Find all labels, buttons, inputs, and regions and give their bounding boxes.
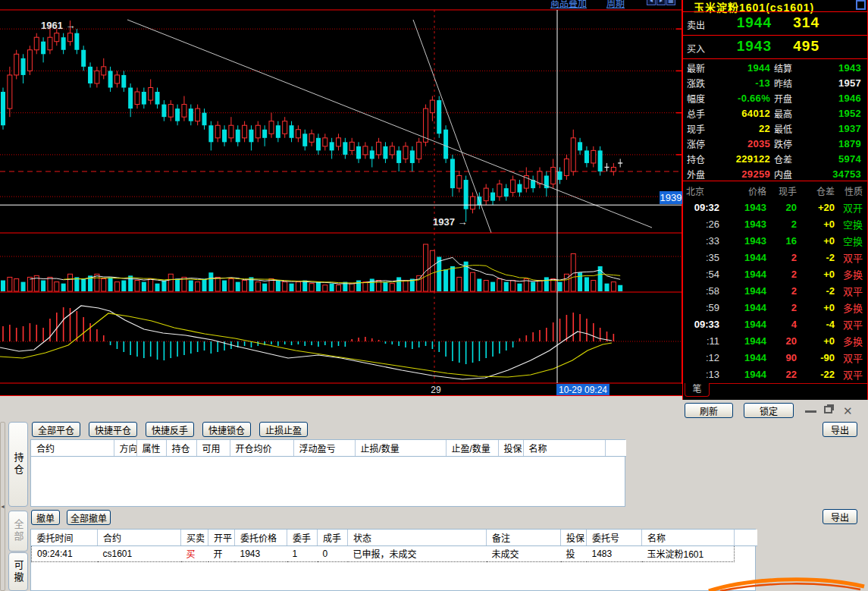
bid-row[interactable]: 买入 1943 495 [683, 36, 867, 59]
ask-qty: 314 [777, 14, 819, 31]
column-header: 合约 [98, 530, 181, 545]
column-header: 持仓 [166, 440, 196, 456]
tick-time: :26 [686, 218, 719, 230]
column-header: 委手 [287, 530, 318, 545]
overlay-link[interactable]: 商品叠加 [550, 0, 587, 9]
column-header: 备注 [487, 530, 561, 545]
tick-row: :5819442-2双平 [683, 282, 867, 299]
stat-label: 内盘 [774, 168, 823, 181]
cancel-order-button[interactable]: 撤单 [31, 510, 60, 525]
tick-volume: 4 [766, 319, 797, 330]
positions-action-button[interactable]: 快捷锁仓 [202, 422, 251, 437]
bid-label: 买入 [687, 42, 705, 55]
column-header: 开平 [208, 530, 235, 545]
export-positions-button[interactable]: 导出 [823, 422, 857, 437]
restore-window-icon[interactable] [856, 0, 866, 10]
tick-nature: 双平 [835, 250, 863, 265]
tick-time: 09:33 [686, 319, 719, 330]
tick-oi-change: +0 [797, 302, 835, 313]
order-cell: 买 [181, 545, 208, 561]
cancel-all-orders-button[interactable]: 全部撤单 [67, 510, 111, 525]
tick-volume: 22 [766, 369, 797, 380]
column-header: 止盈/数量 [446, 440, 498, 456]
table-header-row: 合约方向属性持仓可用开仓均价浮动盈亏止损/数量止盈/数量投保名称 [31, 440, 626, 456]
column-header: 止损/数量 [355, 440, 446, 456]
tick-row: :5919442+0多换 [683, 299, 867, 316]
export-orders-button[interactable]: 导出 [823, 509, 857, 524]
tick-nature: 双平 [835, 351, 863, 365]
prev-icon[interactable]: ◂ [647, 0, 656, 5]
stat-value: 22 [723, 123, 774, 134]
positions-action-button[interactable]: 全部平仓 [32, 422, 80, 437]
tick-time: :13 [686, 369, 719, 380]
positions-action-button[interactable]: 快捷平仓 [89, 422, 137, 437]
column-header: 浮动盈亏 [293, 440, 355, 456]
positions-action-button[interactable]: 止损止盈 [259, 422, 308, 437]
tick-time: :54 [686, 269, 719, 280]
order-row[interactable]: 09:24:41cs1601买开194310已申报，未成交未成交投1483玉米淀… [32, 545, 757, 561]
refresh-button[interactable]: 刷新 [685, 403, 733, 418]
tick-row: :33194316+0空换 [683, 232, 867, 249]
stat-label: 涨停 [687, 137, 723, 150]
tick-oi-change: -2 [797, 285, 835, 297]
tick-row: 09:3319444-4双平 [683, 316, 867, 332]
column-header: 可用 [196, 440, 230, 456]
column-header: 属性 [136, 440, 166, 456]
tick-nature: 双开 [835, 200, 863, 215]
tick-time: :33 [686, 235, 719, 247]
tab-positions[interactable]: 持仓 [8, 422, 28, 507]
tick-time: :58 [686, 285, 719, 297]
restore-icon[interactable] [824, 406, 832, 413]
stat-label: 外盘 [687, 168, 723, 181]
chart-top-toolbar: 商品叠加 周期 ◂ ▸ ▦ [0, 0, 682, 10]
divider [710, 383, 867, 384]
column-header: 状态 [348, 530, 487, 545]
tick-oi-change: +0 [797, 218, 835, 230]
tab-cancellable-orders[interactable]: 可撤 [8, 552, 28, 591]
order-cell: 1943 [235, 545, 287, 561]
tab-all-orders[interactable]: 全部 [8, 511, 28, 552]
tick-row: :13194422-22双平 [683, 366, 867, 382]
tick-volume: 90 [766, 352, 797, 363]
order-cell: 玉米淀粉1601 [642, 545, 735, 561]
tab-tick-by-tick[interactable]: 笔 [685, 383, 710, 397]
tick-nature: 多换 [835, 267, 863, 281]
minimize-icon[interactable] [805, 410, 816, 413]
stat-value: 34753 [823, 168, 861, 180]
stat-value: -0.66% [723, 93, 774, 104]
order-cell: 1483 [587, 545, 642, 561]
bid-price: 1943 [725, 38, 772, 55]
grid-layout-icon[interactable]: ▦ [666, 0, 675, 5]
tick-nature: 双平 [835, 284, 863, 298]
tick-nature: 多换 [835, 334, 863, 348]
divider [683, 58, 867, 59]
tick-nature: 多换 [835, 300, 863, 315]
tick-nature: 空换 [835, 234, 863, 248]
stat-value: 1943 [823, 62, 861, 74]
stat-value: 1879 [823, 138, 861, 149]
tick-price: 1944 [719, 319, 766, 330]
ask-row[interactable]: 卖出 1944 314 [683, 12, 867, 36]
close-icon[interactable]: ✕ [843, 404, 853, 418]
tick-volume: 2 [766, 218, 797, 230]
tick-price: 1943 [719, 202, 766, 213]
next-icon[interactable]: ▸ [656, 0, 666, 5]
tick-time: :35 [686, 252, 719, 263]
quote-stat-row: 现手22最低1937 [683, 121, 867, 136]
tick-list: 北京价格现手仓差性质09:32194320+20双开:2619432+0空换:3… [683, 182, 867, 382]
panel-splitter-handle[interactable]: ◄ [0, 422, 5, 591]
lock-button[interactable]: 锁定 [744, 403, 794, 418]
tick-oi-change: -2 [797, 252, 835, 263]
tick-price: 1944 [719, 252, 766, 263]
quote-stat-row: 最新1944结算1943 [683, 60, 867, 75]
period-link[interactable]: 周期 [606, 0, 625, 9]
bid-qty: 495 [777, 38, 819, 55]
price-chart[interactable]: 1961 →1937 →19392910-29 09:24 [0, 0, 682, 396]
tick-price: 1943 [719, 218, 766, 230]
tick-volume: 20 [766, 335, 797, 347]
column-header: 投保 [498, 440, 523, 456]
stat-value: 1944 [723, 62, 774, 74]
positions-action-button[interactable]: 快捷反手 [146, 422, 194, 437]
table-header-row: 委托时间合约买卖开平委托价格委手成手状态备注投保委托号名称 [32, 530, 757, 545]
stat-value: 1957 [823, 77, 861, 89]
